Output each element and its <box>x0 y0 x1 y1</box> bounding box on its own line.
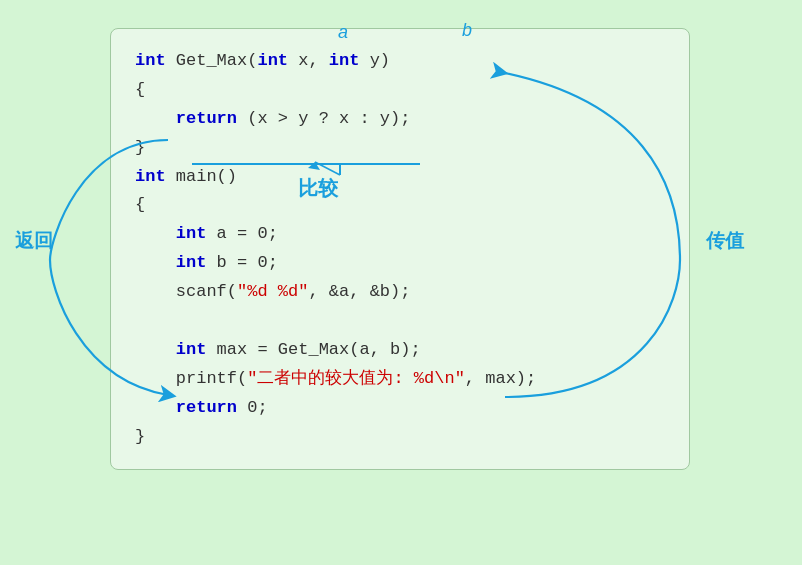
code-line-4: } <box>135 134 665 163</box>
code-line-14: } <box>135 423 665 452</box>
code-line-12: printf("二者中的较大值为: %d\n", max); <box>135 365 665 394</box>
code-line-7: int a = 0; <box>135 220 665 249</box>
label-chuanzhi: 传值 <box>706 228 744 254</box>
code-line-8: int b = 0; <box>135 249 665 278</box>
code-line-6: { <box>135 191 665 220</box>
code-line-2: { <box>135 76 665 105</box>
code-line-13: return 0; <box>135 394 665 423</box>
code-line-9: scanf("%d %d", &a, &b); <box>135 278 665 307</box>
code-line-5: int main() <box>135 163 665 192</box>
label-bijiao: 比较 <box>298 175 338 202</box>
code-line-10 <box>135 307 665 336</box>
label-fanhui: 返回 <box>15 228 53 254</box>
code-line-1: int Get_Max(int x, int y) <box>135 47 665 76</box>
code-box: int Get_Max(int x, int y) { return (x > … <box>110 28 690 470</box>
main-background: int Get_Max(int x, int y) { return (x > … <box>0 0 802 565</box>
label-a: a <box>338 22 348 43</box>
code-line-3: return (x > y ? x : y); <box>135 105 665 134</box>
code-line-11: int max = Get_Max(a, b); <box>135 336 665 365</box>
label-b: b <box>462 20 472 41</box>
